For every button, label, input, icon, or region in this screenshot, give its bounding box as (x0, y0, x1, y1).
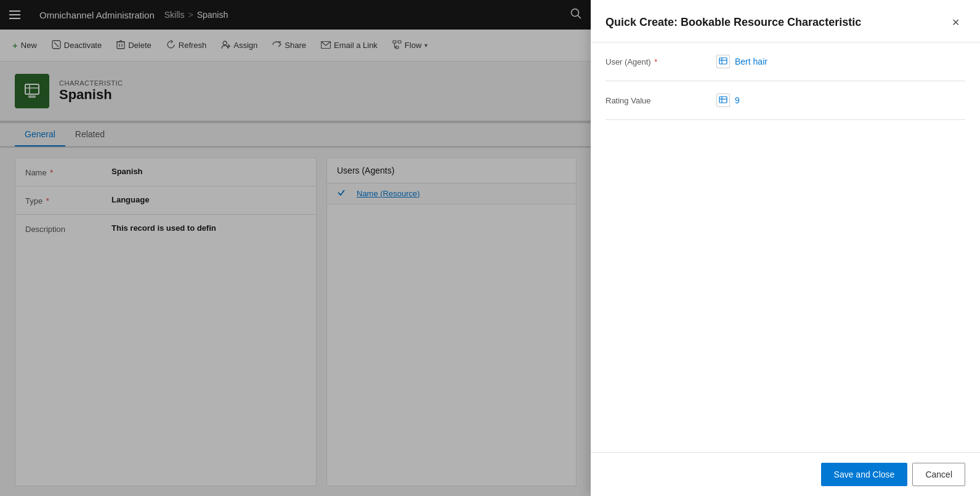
svg-rect-24 (719, 58, 727, 64)
rating-lookup-icon (716, 94, 730, 107)
field-label-user: User (Agent) * (605, 57, 716, 66)
field-row-user: User (Agent) * Bert hair (605, 42, 965, 81)
required-star-user: * (654, 57, 657, 66)
quick-create-footer: Save and Close Cancel (591, 452, 980, 496)
user-value[interactable]: Bert hair (735, 57, 767, 66)
user-lookup-icon (716, 55, 730, 68)
quick-create-header: Quick Create: Bookable Resource Characte… (591, 0, 980, 42)
quick-create-body: User (Agent) * Bert hair Rating Value (591, 42, 980, 452)
cancel-button[interactable]: Cancel (912, 463, 965, 486)
rating-value[interactable]: 9 (735, 95, 740, 105)
quick-create-title: Quick Create: Bookable Resource Characte… (605, 16, 861, 29)
save-and-close-button[interactable]: Save and Close (821, 463, 908, 486)
field-label-rating: Rating Value (605, 96, 716, 105)
quick-create-panel: Quick Create: Bookable Resource Characte… (591, 0, 980, 496)
field-value-rating[interactable]: 9 (716, 94, 965, 107)
close-icon: ✕ (952, 17, 960, 28)
svg-rect-27 (719, 97, 727, 103)
field-value-user[interactable]: Bert hair (716, 55, 965, 68)
close-button[interactable]: ✕ (946, 12, 965, 32)
field-row-rating: Rating Value 9 (605, 81, 965, 120)
